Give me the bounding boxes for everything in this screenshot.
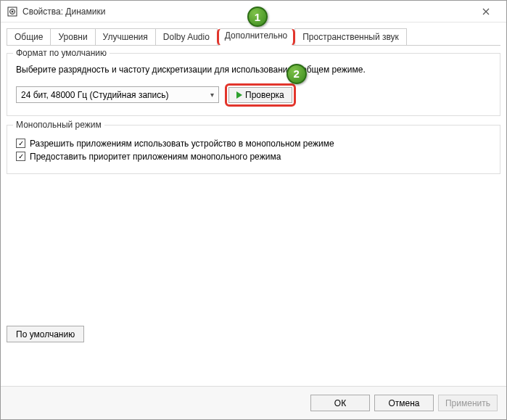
play-icon [236,91,242,99]
exclusive-priority-row[interactable]: ✓ Предоставить приоритет приложениям мон… [16,152,491,162]
combo-value: 24 бит, 48000 Гц (Студийная запись) [21,90,169,100]
exclusive-allow-row[interactable]: ✓ Разрешить приложениям использовать уст… [16,139,491,149]
tabs: Общие Уровни Улучшения Dolby Audio Допол… [1,22,506,45]
tab-levels[interactable]: Уровни [50,28,95,45]
callout-2: 2 [287,64,307,84]
default-format-group: Формат по умолчанию Выберите разрядность… [7,53,500,116]
cancel-button[interactable]: Отмена [374,395,434,411]
svg-point-2 [12,10,13,12]
format-description: Выберите разрядность и частоту дискретиз… [16,64,491,76]
tab-content: Формат по умолчанию Выберите разрядность… [7,45,500,386]
tab-enhancements[interactable]: Улучшения [95,28,156,45]
exclusive-mode-group: Монопольный режим ✓ Разрешить приложения… [7,125,500,174]
checkbox-icon: ✓ [16,139,25,148]
speaker-icon [7,6,18,17]
tab-general[interactable]: Общие [7,28,51,45]
group-title-format: Формат по умолчанию [13,48,110,58]
chevron-down-icon: ▾ [210,91,214,99]
exclusive-priority-label: Предоставить приоритет приложениям моноп… [30,152,281,162]
close-button[interactable] [471,1,500,22]
ok-button[interactable]: ОК [310,395,370,411]
group-title-exclusive: Монопольный режим [13,120,104,130]
format-row: 24 бит, 48000 Гц (Студийная запись) ▾ Пр… [16,83,491,107]
test-button-highlight: Проверка 2 [225,83,296,107]
tab-spatial[interactable]: Пространственный звук [294,28,407,45]
defaults-button-label: По умолчанию [16,329,75,339]
properties-dialog: Свойства: Динамики Общие Уровни Улучшени… [0,0,507,420]
apply-button[interactable]: Применить [438,395,498,411]
format-combobox[interactable]: 24 бит, 48000 Гц (Студийная запись) ▾ [16,86,219,103]
tab-dolby[interactable]: Dolby Audio [155,28,218,45]
tab-advanced[interactable]: Дополнительно [217,28,295,46]
exclusive-allow-label: Разрешить приложениям использовать устро… [30,139,334,149]
dialog-footer: ОК Отмена Применить [1,386,506,419]
restore-defaults-button[interactable]: По умолчанию [7,326,84,342]
checkbox-icon: ✓ [16,152,25,161]
test-button[interactable]: Проверка [228,87,292,103]
test-button-label: Проверка [245,90,284,100]
callout-1: 1 [247,7,268,27]
